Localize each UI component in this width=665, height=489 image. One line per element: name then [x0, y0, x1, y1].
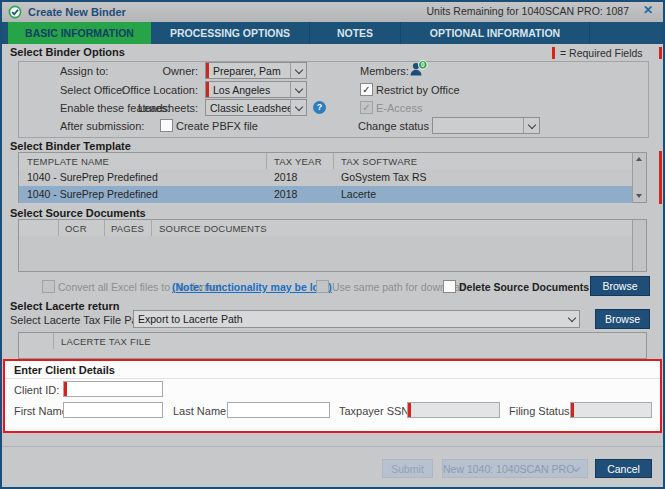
- binder-check-icon: [8, 5, 22, 19]
- chevron-down-icon: [290, 100, 306, 115]
- client-id-input[interactable]: [67, 382, 162, 396]
- first-name-field[interactable]: [63, 402, 163, 418]
- lacerte-path-label: Select Lacerte Tax File Path:: [10, 314, 150, 326]
- last-name-label: Last Name:: [173, 405, 229, 417]
- cell-tax-software: GoSystem Tax RS: [341, 171, 427, 183]
- binder-type-select[interactable]: New 1040: 1040SCAN PRO: [442, 459, 588, 478]
- chevron-down-icon: [290, 82, 306, 97]
- browse-source-documents-button[interactable]: Browse: [590, 276, 650, 296]
- last-name-input[interactable]: [228, 403, 329, 417]
- members-label: Members:: [360, 65, 409, 77]
- filing-status-input[interactable]: [574, 403, 651, 417]
- client-id-field[interactable]: [63, 381, 163, 397]
- first-name-input[interactable]: [64, 403, 162, 417]
- change-status-select[interactable]: [432, 117, 540, 134]
- create-pbfx-checkbox[interactable]: [160, 119, 173, 132]
- members-count-badge: 0: [421, 61, 425, 68]
- tab-processing-options[interactable]: PROCESSING OPTIONS: [151, 22, 310, 44]
- col-source-documents: SOURCE DOCUMENTS: [159, 223, 267, 234]
- e-access-label: E-Access: [376, 102, 422, 114]
- required-edge-mark-top: [659, 47, 662, 59]
- tab-notes[interactable]: NOTES: [310, 22, 401, 44]
- office-location-select[interactable]: Los Angeles: [205, 81, 307, 98]
- cell-tax-year: 2018: [274, 188, 297, 200]
- members-icon[interactable]: 0: [408, 60, 429, 77]
- restrict-by-office-label: Restrict by Office: [376, 84, 460, 96]
- lacerte-table-header: LACERTE TAX FILE: [19, 333, 646, 350]
- restrict-by-office-checkbox[interactable]: [360, 83, 373, 96]
- taxpayer-ssn-input[interactable]: [411, 403, 499, 417]
- help-icon[interactable]: ?: [313, 101, 326, 114]
- table-row[interactable]: 1040 - SurePrep Predefined 2018 GoSystem…: [19, 169, 633, 186]
- filing-status-label: Filing Status:: [509, 405, 573, 417]
- taxpayer-ssn-label: Taxpayer SSN:: [339, 405, 412, 417]
- cell-template-name: 1040 - SurePrep Predefined: [27, 171, 158, 183]
- browse-lacerte-button[interactable]: Browse: [595, 309, 650, 329]
- scroll-up-icon[interactable]: [636, 157, 642, 161]
- section-title-lacerte-return: Select Lacerte return: [10, 300, 119, 312]
- table-row-selected[interactable]: 1040 - SurePrep Predefined 2018 Lacerte: [19, 186, 633, 203]
- source-table-empty-body: [19, 236, 633, 271]
- delete-source-documents-checkbox[interactable]: [443, 280, 456, 293]
- leadsheets-label: Leadsheets:: [100, 102, 198, 114]
- section-title-source-documents: Select Source Documents: [10, 207, 146, 219]
- source-table-header: OCR PAGES SOURCE DOCUMENTS: [19, 220, 646, 237]
- create-new-binder-dialog: Create New Binder Units Remaining for 10…: [0, 0, 665, 489]
- binder-template-table: TEMPLATE NAME TAX YEAR TAX SOFTWARE 1040…: [18, 152, 647, 203]
- last-name-field[interactable]: [227, 402, 330, 418]
- office-location-value: Los Angeles: [209, 84, 290, 96]
- lacerte-path-select[interactable]: Export to Lacerte Path: [133, 310, 580, 328]
- filing-status-field[interactable]: [570, 402, 652, 418]
- tab-optional-information[interactable]: OPTIONAL INFORMATION: [401, 22, 590, 44]
- section-title-client-details: Enter Client Details: [14, 364, 115, 376]
- cell-tax-software: Lacerte: [341, 188, 376, 200]
- leadsheets-value: Classic Leadsheets: [206, 102, 290, 114]
- tab-bar: BASIC INFORMATION PROCESSING OPTIONS NOT…: [2, 22, 663, 44]
- owner-label: Owner:: [100, 65, 198, 77]
- scroll-down-icon[interactable]: [636, 194, 642, 198]
- source-table-scrollbar[interactable]: [632, 220, 646, 271]
- chevron-down-icon: [523, 118, 539, 133]
- binder-type-value: New 1040: 1040SCAN PRO: [443, 463, 574, 475]
- col-pages: PAGES: [111, 223, 144, 234]
- owner-select[interactable]: Preparer, Pam: [205, 62, 307, 79]
- cell-tax-year: 2018: [274, 171, 297, 183]
- required-legend-text: = Required Fields: [560, 47, 643, 59]
- col-ocr: OCR: [65, 223, 87, 234]
- required-legend-bar: [552, 47, 555, 59]
- functionality-note-link[interactable]: (Note: functionality may be lost): [172, 281, 332, 293]
- convert-excel-checkbox[interactable]: [42, 280, 55, 293]
- use-same-path-checkbox[interactable]: [316, 280, 329, 293]
- col-template-name: TEMPLATE NAME: [27, 156, 109, 167]
- col-tax-year: TAX YEAR: [274, 156, 322, 167]
- window-title: Create New Binder: [28, 6, 126, 18]
- taxpayer-ssn-field[interactable]: [407, 402, 500, 418]
- lacerte-table-empty-row: [19, 349, 646, 358]
- client-id-label: Client ID:: [14, 384, 59, 396]
- office-location-label: Office Location:: [100, 84, 198, 96]
- cell-template-name: 1040 - SurePrep Predefined: [27, 188, 158, 200]
- footer-divider: [2, 446, 663, 447]
- tab-basic-information[interactable]: BASIC INFORMATION: [8, 22, 151, 44]
- delete-source-documents-label: Delete Source Documents: [459, 281, 589, 293]
- template-table-scrollbar[interactable]: [632, 153, 646, 202]
- chevron-down-icon: [564, 311, 579, 327]
- units-remaining-text: Units Remaining for 1040SCAN PRO: 1087: [426, 5, 629, 17]
- section-title-binder-template: Select Binder Template: [10, 140, 131, 152]
- e-access-checkbox[interactable]: [360, 101, 373, 114]
- close-icon[interactable]: ✕: [643, 3, 653, 17]
- section-title-binder-options: Select Binder Options: [10, 46, 125, 58]
- col-lacerte-tax-file: LACERTE TAX FILE: [61, 336, 151, 347]
- create-pbfx-label: Create PBFX file: [176, 120, 258, 132]
- after-submission-label: After submission:: [60, 120, 144, 132]
- lacerte-file-table: LACERTE TAX FILE: [18, 332, 647, 359]
- source-documents-table: OCR PAGES SOURCE DOCUMENTS: [18, 219, 647, 272]
- col-tax-software: TAX SOFTWARE: [341, 156, 417, 167]
- owner-value: Preparer, Pam: [209, 65, 290, 77]
- lacerte-path-value: Export to Lacerte Path: [134, 313, 564, 325]
- cancel-button[interactable]: Cancel: [595, 459, 652, 478]
- leadsheets-select[interactable]: Classic Leadsheets: [205, 99, 307, 116]
- template-table-header: TEMPLATE NAME TAX YEAR TAX SOFTWARE: [19, 153, 646, 170]
- submit-button[interactable]: Submit: [382, 459, 433, 478]
- chevron-down-icon: [290, 63, 306, 78]
